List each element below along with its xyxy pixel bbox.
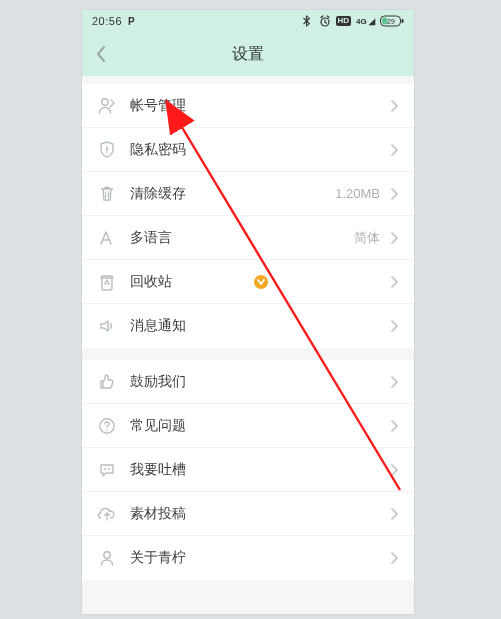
signal-icon: 4G ◢ <box>356 17 375 26</box>
shield-icon <box>96 139 118 161</box>
row-submit-material[interactable]: 素材投稿 <box>82 492 414 536</box>
status-bar: 20:56 P HD 4G ◢ 29 <box>82 10 414 32</box>
v-badge-icon <box>254 275 268 289</box>
row-label: 鼓励我们 <box>130 373 386 391</box>
chevron-right-icon <box>386 98 402 114</box>
svg-text:29: 29 <box>387 18 395 25</box>
row-label: 清除缓存 <box>130 185 335 203</box>
chevron-right-icon <box>386 506 402 522</box>
settings-content: 帐号管理 隐私密码 清除缓存 1.20MB <box>82 76 414 580</box>
upload-icon <box>96 503 118 525</box>
row-label: 常见问题 <box>130 417 386 435</box>
sound-icon <box>96 315 118 337</box>
svg-point-5 <box>102 98 108 104</box>
row-label: 关于青柠 <box>130 549 386 567</box>
chevron-right-icon <box>386 418 402 434</box>
chevron-right-icon <box>386 186 402 202</box>
status-right: HD 4G ◢ 29 <box>302 15 404 27</box>
help-icon <box>96 415 118 437</box>
row-language[interactable]: 多语言 简体 <box>82 216 414 260</box>
row-encourage[interactable]: 鼓励我们 <box>82 360 414 404</box>
row-label: 回收站 <box>130 273 248 291</box>
row-about[interactable]: 关于青柠 <box>82 536 414 580</box>
row-value: 简体 <box>354 229 380 247</box>
chevron-right-icon <box>386 230 402 246</box>
row-privacy[interactable]: 隐私密码 <box>82 128 414 172</box>
phone-screen: 20:56 P HD 4G ◢ 29 <box>82 10 414 614</box>
row-label: 我要吐槽 <box>130 461 386 479</box>
row-account[interactable]: 帐号管理 <box>82 84 414 128</box>
status-time: 20:56 <box>92 15 122 27</box>
about-icon <box>96 547 118 569</box>
page-title: 设置 <box>82 44 414 65</box>
back-button[interactable] <box>82 32 120 76</box>
nav-bar: 设置 <box>82 32 414 76</box>
chevron-right-icon <box>386 462 402 478</box>
page-wrapper: 20:56 P HD 4G ◢ 29 <box>0 0 501 619</box>
svg-point-9 <box>104 468 106 470</box>
feedback-icon <box>96 459 118 481</box>
row-faq[interactable]: 常见问题 <box>82 404 414 448</box>
svg-point-10 <box>108 468 110 470</box>
bluetooth-icon <box>302 15 314 27</box>
recycle-icon <box>96 271 118 293</box>
alarm-icon <box>319 15 331 27</box>
language-icon <box>96 227 118 249</box>
user-icon <box>96 95 118 117</box>
svg-point-11 <box>104 552 110 558</box>
svg-rect-2 <box>402 19 404 23</box>
thumbs-up-icon <box>96 371 118 393</box>
row-label: 多语言 <box>130 229 354 247</box>
row-label: 帐号管理 <box>130 97 386 115</box>
row-label: 素材投稿 <box>130 505 386 523</box>
status-indicator: P <box>128 16 135 27</box>
row-label: 隐私密码 <box>130 141 386 159</box>
chevron-right-icon <box>386 374 402 390</box>
svg-point-8 <box>106 429 108 431</box>
row-recycle-bin[interactable]: 回收站 <box>82 260 414 304</box>
row-value: 1.20MB <box>335 186 380 201</box>
chevron-right-icon <box>386 142 402 158</box>
row-feedback[interactable]: 我要吐槽 <box>82 448 414 492</box>
svg-point-6 <box>254 275 268 289</box>
settings-section-1: 鼓励我们 常见问题 我要吐槽 <box>82 360 414 580</box>
hd-icon: HD <box>336 16 352 26</box>
chevron-right-icon <box>386 274 402 290</box>
row-label: 消息通知 <box>130 317 386 335</box>
settings-section-0: 帐号管理 隐私密码 清除缓存 1.20MB <box>82 84 414 348</box>
row-notifications[interactable]: 消息通知 <box>82 304 414 348</box>
chevron-right-icon <box>386 318 402 334</box>
row-clear-cache[interactable]: 清除缓存 1.20MB <box>82 172 414 216</box>
chevron-right-icon <box>386 550 402 566</box>
battery-icon: 29 <box>380 15 404 27</box>
trash-icon <box>96 183 118 205</box>
